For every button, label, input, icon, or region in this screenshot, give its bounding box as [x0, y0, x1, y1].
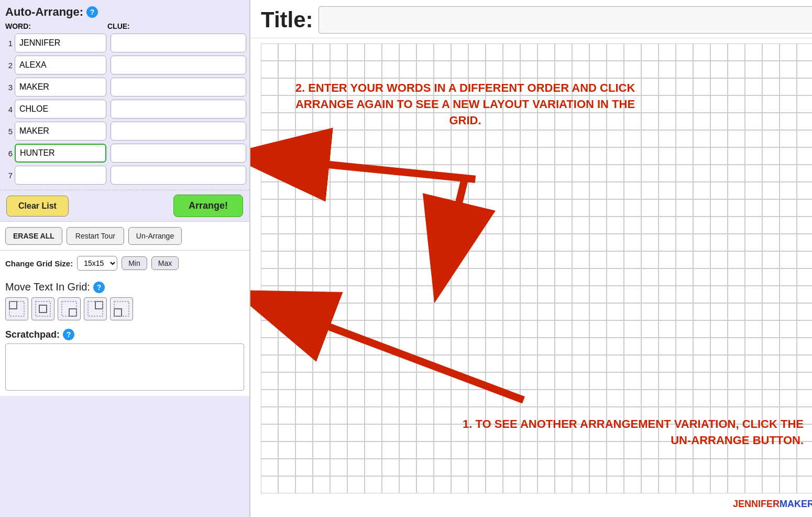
grid-cell[interactable] — [468, 44, 486, 61]
grid-cell[interactable] — [330, 95, 347, 113]
grid-cell[interactable] — [745, 95, 762, 113]
grid-cell[interactable] — [728, 424, 745, 441]
grid-cell[interactable] — [572, 372, 589, 390]
grid-cell[interactable] — [676, 234, 693, 251]
grid-cell[interactable] — [641, 95, 659, 113]
grid-cell[interactable] — [520, 372, 537, 390]
grid-cell[interactable] — [589, 320, 607, 338]
grid-cell[interactable] — [434, 268, 451, 286]
grid-cell[interactable] — [503, 407, 520, 424]
grid-cell[interactable] — [434, 199, 451, 217]
grid-cell[interactable] — [607, 251, 624, 268]
grid-cell[interactable] — [365, 130, 382, 147]
grid-cell[interactable] — [572, 113, 589, 130]
grid-cell[interactable] — [607, 199, 624, 217]
grid-cell[interactable] — [745, 459, 762, 476]
grid-cell[interactable] — [572, 199, 589, 217]
grid-cell[interactable] — [659, 199, 676, 217]
grid-cell[interactable] — [365, 199, 382, 217]
grid-cell[interactable] — [278, 251, 295, 268]
grid-cell[interactable] — [693, 320, 710, 338]
grid-cell[interactable] — [676, 44, 693, 61]
grid-cell[interactable] — [607, 78, 624, 95]
grid-cell[interactable] — [797, 303, 812, 320]
grid-cell[interactable] — [347, 78, 365, 95]
clue-input[interactable] — [111, 144, 246, 163]
grid-cell[interactable] — [659, 113, 676, 130]
grid-cell[interactable] — [641, 476, 659, 493]
grid-cell[interactable] — [399, 441, 416, 459]
grid-cell[interactable] — [780, 268, 797, 286]
grid-cell[interactable] — [347, 303, 365, 320]
grid-cell[interactable] — [762, 113, 780, 130]
grid-cell[interactable] — [641, 441, 659, 459]
grid-cell[interactable] — [365, 113, 382, 130]
grid-cell[interactable] — [278, 78, 295, 95]
grid-cell[interactable] — [537, 424, 555, 441]
grid-cell[interactable] — [416, 424, 434, 441]
grid-cell[interactable] — [589, 165, 607, 182]
grid-cell[interactable] — [659, 268, 676, 286]
grid-cell[interactable] — [486, 199, 503, 217]
grid-cell[interactable] — [641, 61, 659, 78]
grid-cell[interactable] — [710, 476, 728, 493]
grid-cell[interactable] — [607, 268, 624, 286]
grid-cell[interactable] — [572, 130, 589, 147]
grid-cell[interactable] — [710, 424, 728, 441]
grid-cell[interactable] — [710, 147, 728, 165]
grid-cell[interactable] — [520, 199, 537, 217]
grid-cell[interactable] — [762, 95, 780, 113]
grid-cell[interactable] — [451, 251, 468, 268]
grid-cell[interactable] — [659, 476, 676, 493]
grid-cell[interactable] — [503, 459, 520, 476]
grid-cell[interactable] — [589, 424, 607, 441]
grid-cell[interactable] — [659, 130, 676, 147]
grid-cell[interactable] — [555, 476, 572, 493]
grid-cell[interactable] — [278, 217, 295, 234]
grid-cell[interactable] — [365, 355, 382, 372]
grid-cell[interactable] — [555, 459, 572, 476]
grid-cell[interactable] — [382, 303, 399, 320]
grid-cell[interactable] — [295, 407, 313, 424]
restart-tour-button[interactable]: Restart Tour — [67, 227, 124, 245]
grid-cell[interactable] — [503, 372, 520, 390]
grid-cell[interactable] — [365, 182, 382, 199]
grid-cell[interactable] — [659, 390, 676, 407]
grid-cell[interactable] — [365, 78, 382, 95]
grid-cell[interactable] — [330, 338, 347, 355]
grid-cell[interactable] — [261, 182, 278, 199]
grid-cell[interactable] — [572, 78, 589, 95]
grid-cell[interactable] — [313, 234, 330, 251]
grid-cell[interactable] — [728, 355, 745, 372]
grid-cell[interactable] — [382, 234, 399, 251]
grid-cell[interactable] — [676, 268, 693, 286]
grid-cell[interactable] — [555, 130, 572, 147]
grid-cell[interactable] — [555, 390, 572, 407]
grid-cell[interactable] — [313, 78, 330, 95]
grid-cell[interactable] — [313, 147, 330, 165]
grid-cell[interactable] — [520, 476, 537, 493]
grid-cell[interactable] — [710, 355, 728, 372]
grid-cell[interactable] — [710, 95, 728, 113]
word-input[interactable] — [15, 144, 106, 163]
grid-cell[interactable] — [589, 78, 607, 95]
arrange-button[interactable]: Arrange! — [173, 195, 243, 217]
grid-cell[interactable] — [295, 61, 313, 78]
grid-cell[interactable] — [797, 407, 812, 424]
grid-cell[interactable] — [261, 441, 278, 459]
grid-cell[interactable] — [261, 286, 278, 303]
grid-cell[interactable] — [416, 390, 434, 407]
grid-cell[interactable] — [780, 407, 797, 424]
grid-cell[interactable] — [676, 476, 693, 493]
grid-cell[interactable] — [520, 251, 537, 268]
grid-cell[interactable] — [589, 251, 607, 268]
grid-cell[interactable] — [797, 459, 812, 476]
grid-cell[interactable] — [676, 199, 693, 217]
grid-cell[interactable] — [295, 286, 313, 303]
word-input[interactable] — [15, 56, 106, 74]
grid-cell[interactable] — [330, 459, 347, 476]
grid-cell[interactable] — [745, 113, 762, 130]
grid-cell[interactable] — [710, 268, 728, 286]
grid-cell[interactable] — [693, 217, 710, 234]
grid-cell[interactable] — [607, 147, 624, 165]
